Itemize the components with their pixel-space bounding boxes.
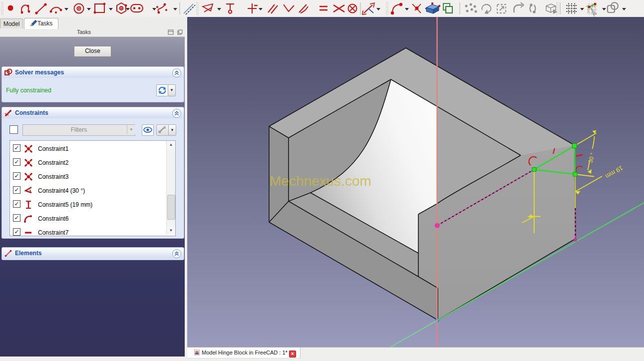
svg-text:Mechnexus.com: Mechnexus.com bbox=[270, 173, 371, 189]
